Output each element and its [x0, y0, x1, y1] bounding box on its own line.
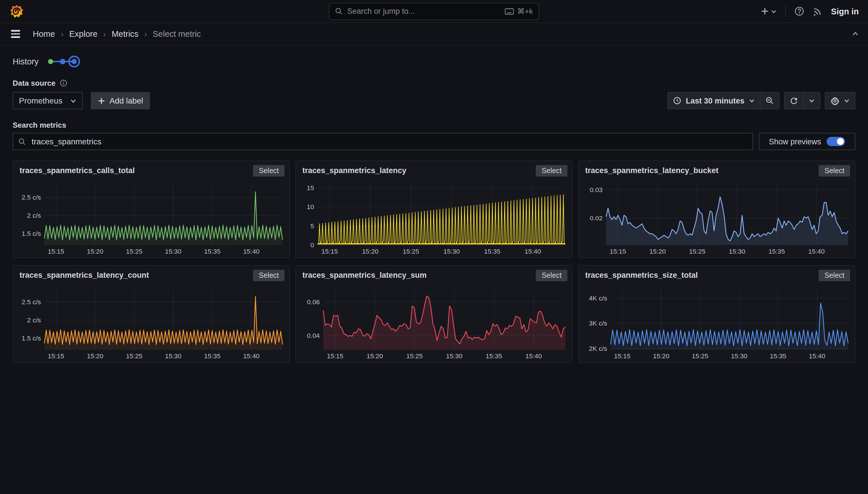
panel-title: traces_spanmetrics_latency	[301, 165, 407, 175]
time-picker-group: Last 30 minutes	[667, 92, 780, 109]
svg-text:15:40: 15:40	[526, 352, 542, 360]
svg-text:15:35: 15:35	[770, 352, 786, 360]
select-button[interactable]: Select	[253, 270, 285, 281]
svg-text:15:40: 15:40	[243, 352, 259, 360]
panel-title: traces_spanmetrics_latency_bucket	[584, 165, 718, 175]
panel-title: traces_spanmetrics_latency_count	[18, 270, 149, 280]
metric-preview-chart: 15:1515:2015:2515:3015:3515:401.5 c/s2 c…	[18, 286, 283, 361]
plus-icon	[98, 97, 105, 104]
chevron-down-icon	[71, 97, 77, 104]
chevron-right-icon: ›	[103, 29, 106, 39]
svg-text:15:20: 15:20	[367, 352, 383, 360]
chevron-up-icon	[851, 30, 860, 38]
metric-panel: traces_spanmetrics_latency_sum Select 15…	[295, 265, 573, 363]
refresh-interval-button[interactable]	[803, 93, 820, 109]
history-step-mid	[60, 59, 65, 64]
select-button[interactable]: Select	[819, 165, 850, 176]
svg-text:5: 5	[310, 222, 314, 230]
history-step-start	[48, 59, 53, 64]
main-content: History Data source Prometheus	[0, 55, 868, 363]
metric-panel: traces_spanmetrics_size_total Select 15:…	[578, 265, 855, 363]
metric-preview-chart: 15:1515:2015:2515:3015:3515:401.5 c/s2 c…	[18, 181, 283, 256]
show-previews-field: Show previews	[759, 133, 855, 150]
metric-panel: traces_spanmetrics_calls_total Select 15…	[13, 160, 290, 258]
svg-text:15:25: 15:25	[403, 248, 419, 255]
chevron-right-icon: ›	[144, 29, 147, 39]
history-label: History	[13, 57, 39, 66]
menu-toggle-button[interactable]	[8, 28, 22, 40]
svg-text:1.5 c/s: 1.5 c/s	[22, 335, 41, 342]
datasource-label-row: Data source	[13, 79, 855, 88]
svg-text:15:15: 15:15	[48, 248, 64, 255]
svg-text:0.04: 0.04	[307, 332, 320, 339]
metrics-search-input[interactable]	[31, 136, 747, 147]
app-root: Search or jump to... ⌘+k	[0, 0, 868, 494]
panel-title: traces_spanmetrics_latency_sum	[301, 270, 427, 280]
breadcrumb-home[interactable]: Home	[33, 29, 55, 39]
svg-text:15:30: 15:30	[443, 248, 460, 255]
collapse-header-button[interactable]	[851, 30, 860, 38]
svg-text:15:30: 15:30	[729, 248, 745, 255]
metric-panel: traces_spanmetrics_latency_count Select …	[13, 265, 290, 363]
refresh-button[interactable]	[785, 93, 803, 109]
new-button[interactable]	[760, 7, 776, 16]
svg-text:1.5 c/s: 1.5 c/s	[22, 230, 41, 237]
select-button[interactable]: Select	[536, 165, 568, 176]
help-button[interactable]	[794, 6, 804, 16]
plus-icon	[760, 7, 769, 16]
svg-text:4K c/s: 4K c/s	[589, 294, 607, 302]
show-previews-toggle[interactable]	[827, 137, 845, 146]
metrics-search-field	[13, 133, 753, 150]
news-button[interactable]	[812, 6, 822, 16]
settings-button[interactable]	[826, 93, 855, 109]
history-row: History	[13, 55, 855, 69]
nav-divider	[785, 5, 786, 17]
datasource-picker[interactable]: Prometheus	[13, 92, 83, 109]
time-range-button[interactable]: Last 30 minutes	[668, 93, 760, 109]
search-metrics-label: Search metrics	[13, 121, 855, 129]
grafana-logo-icon[interactable]	[9, 3, 25, 19]
svg-text:2K c/s: 2K c/s	[589, 345, 607, 352]
sign-in-button[interactable]: Sign in	[831, 6, 859, 16]
select-button[interactable]: Select	[253, 165, 285, 176]
svg-text:15:20: 15:20	[653, 352, 669, 360]
svg-text:15:15: 15:15	[48, 352, 64, 360]
keyboard-icon	[505, 8, 514, 15]
svg-text:2 c/s: 2 c/s	[27, 212, 41, 219]
metric-panel: traces_spanmetrics_latency Select 15:151…	[295, 160, 573, 258]
settings-group	[825, 92, 855, 109]
chevron-down-icon	[771, 8, 776, 14]
svg-text:15:35: 15:35	[769, 248, 785, 255]
svg-text:15:30: 15:30	[446, 352, 462, 360]
breadcrumb-metrics[interactable]: Metrics	[112, 29, 138, 39]
history-steps[interactable]	[46, 55, 82, 69]
svg-text:15:25: 15:25	[689, 248, 705, 255]
svg-text:15:25: 15:25	[692, 352, 708, 360]
svg-text:15:25: 15:25	[126, 352, 142, 360]
datasource-label: Data source	[13, 79, 56, 88]
rss-icon	[812, 6, 822, 16]
svg-text:0.03: 0.03	[590, 186, 603, 193]
svg-text:15:15: 15:15	[614, 352, 630, 360]
global-search-input[interactable]: Search or jump to... ⌘+k	[329, 3, 539, 20]
metric-preview-chart: 15:1515:2015:2515:3015:3515:40051015	[301, 181, 566, 256]
svg-text:15:35: 15:35	[484, 248, 500, 255]
metric-panel: traces_spanmetrics_latency_bucket Select…	[578, 160, 855, 258]
search-icon	[335, 7, 342, 15]
add-label-button[interactable]: Add label	[91, 92, 150, 109]
svg-text:15:15: 15:15	[321, 248, 338, 255]
svg-text:15:25: 15:25	[126, 248, 142, 255]
search-icon	[18, 138, 26, 145]
svg-text:15:25: 15:25	[406, 352, 422, 360]
zoom-out-button[interactable]	[760, 93, 779, 109]
select-button[interactable]: Select	[819, 270, 850, 281]
select-button[interactable]: Select	[536, 270, 568, 281]
svg-text:15:30: 15:30	[165, 248, 181, 255]
svg-text:0.06: 0.06	[307, 298, 320, 306]
chevron-down-icon	[749, 98, 755, 103]
controls-row: Prometheus Add label Last 30 min	[13, 92, 855, 109]
svg-text:15:30: 15:30	[731, 352, 747, 360]
svg-text:15:15: 15:15	[327, 352, 343, 360]
svg-text:15:35: 15:35	[486, 352, 502, 360]
breadcrumb-explore[interactable]: Explore	[69, 29, 97, 39]
